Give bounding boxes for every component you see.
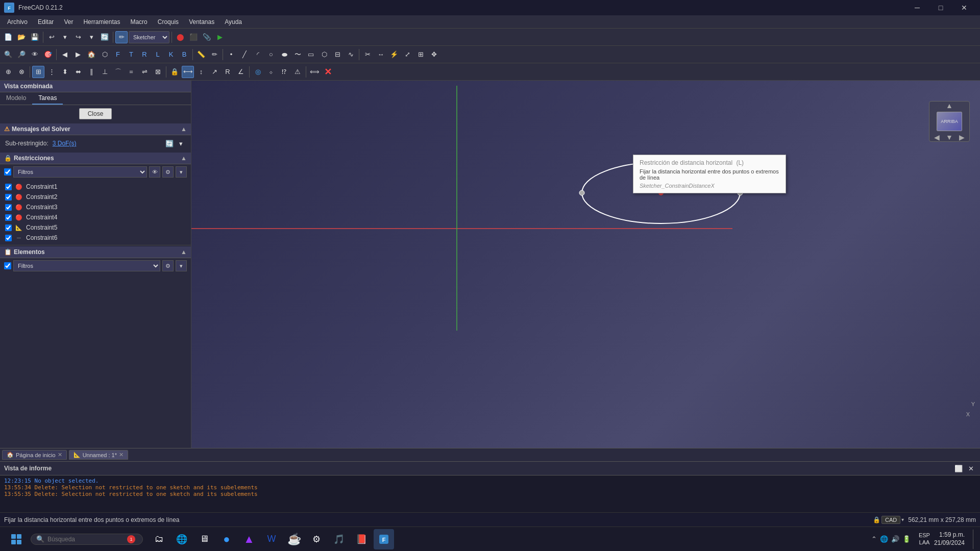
menu-ventanas[interactable]: Ventanas xyxy=(184,15,219,29)
menu-croquis[interactable]: Croquis xyxy=(153,15,184,29)
constraints-eye-button[interactable]: 👁 xyxy=(149,166,160,178)
constraints-settings-button[interactable]: ⚙ xyxy=(162,166,174,178)
elements-menu-button[interactable]: ▾ xyxy=(176,260,187,271)
constraint-item-2[interactable]: 🔴 Constraint2 xyxy=(4,192,187,202)
constrain-vertical[interactable]: ⬍ xyxy=(59,66,71,78)
draw-line[interactable]: ╱ xyxy=(238,48,251,61)
draw-circle[interactable]: ○ xyxy=(265,48,277,61)
constraint-3-checkbox[interactable] xyxy=(5,204,12,211)
nav-right-button[interactable]: ▶ xyxy=(959,133,965,141)
tray-volume-icon[interactable]: 🔊 xyxy=(891,535,899,543)
start-button[interactable] xyxy=(4,529,29,549)
tab-unnamed[interactable]: 📐 Unnamed : 1* ✕ xyxy=(69,450,128,460)
view-top-button[interactable]: T xyxy=(125,48,137,61)
select-redundant[interactable]: ⁉ xyxy=(278,66,290,78)
constraint-item-5[interactable]: 📐 Constraint5 xyxy=(4,222,187,233)
constrain-horiz-dist[interactable]: ⟷ xyxy=(182,66,194,78)
view-3d-button[interactable]: ⬡ xyxy=(99,48,111,61)
constraints-collapse-button[interactable]: ▲ xyxy=(181,155,187,162)
search-input[interactable] xyxy=(47,536,124,543)
external-geo[interactable]: ⤢ xyxy=(401,48,413,61)
solver-refresh-button[interactable]: 🔄 xyxy=(164,138,175,148)
search-bar[interactable]: 🔍 1 xyxy=(31,534,143,545)
sync-view-button[interactable]: 🎯 xyxy=(42,48,54,61)
taskbar-files-app[interactable]: 🗂 xyxy=(149,529,169,549)
taskbar-browser-app[interactable]: 🌐 xyxy=(172,529,192,549)
taskbar-app-9[interactable]: 🎵 xyxy=(329,529,349,549)
constrain-block[interactable]: ⊠ xyxy=(152,66,164,78)
refresh-button[interactable]: 🔄 xyxy=(99,31,111,43)
mirror-sketch[interactable]: ⟺ xyxy=(308,66,321,78)
view-front-button[interactable]: F xyxy=(112,48,124,61)
view-right-button[interactable]: R xyxy=(138,48,151,61)
constrain-horizontal[interactable]: ⬌ xyxy=(72,66,84,78)
square-button[interactable]: ⬛ xyxy=(187,31,200,43)
constraint-item-1[interactable]: 🔴 Constraint1 xyxy=(4,182,187,192)
menu-editar[interactable]: Editar xyxy=(33,15,59,29)
close-button[interactable]: ✕ xyxy=(952,0,976,15)
canvas-area[interactable]: Restricción de distancia horizontal (L) … xyxy=(191,81,980,448)
taskbar-pdf-app[interactable]: 📕 xyxy=(351,529,372,549)
constraints-menu-button[interactable]: ▾ xyxy=(176,166,187,178)
tray-expand-icon[interactable]: ⌃ xyxy=(871,535,877,543)
attach-button[interactable]: 📎 xyxy=(201,31,213,43)
menu-ver[interactable]: Ver xyxy=(59,15,78,29)
constrain-vert-dist[interactable]: ↕ xyxy=(195,66,207,78)
play-button[interactable]: ▶ xyxy=(214,31,226,43)
move-tool[interactable]: ✥ xyxy=(428,48,440,61)
menu-archivo[interactable]: Archivo xyxy=(2,15,33,29)
new-file-button[interactable]: 📄 xyxy=(2,31,14,43)
nav-up-button[interactable]: ▲ xyxy=(946,102,953,110)
solver-menu-button[interactable]: ▾ xyxy=(176,138,186,148)
solver-collapse-button[interactable]: ▲ xyxy=(181,126,187,133)
tray-network-icon[interactable]: 🌐 xyxy=(880,535,888,543)
zoom-sel-button[interactable]: 🔎 xyxy=(15,48,28,61)
menu-ayuda[interactable]: Ayuda xyxy=(219,15,247,29)
undo-button[interactable]: ↩ xyxy=(45,31,58,43)
constraint-item-3[interactable]: 🔴 Constraint3 xyxy=(4,202,187,212)
system-clock[interactable]: 1:59 p.m. 21/09/2024 xyxy=(934,531,965,547)
constraints-filter-dropdown[interactable]: Filtros xyxy=(13,166,147,178)
draw-arc[interactable]: ◜ xyxy=(252,48,264,61)
close-panel-button[interactable]: Close xyxy=(79,108,112,119)
draw-bspline[interactable]: ∿ xyxy=(345,48,357,61)
cad-dropdown-arrow[interactable]: ▾ xyxy=(901,517,904,522)
minimize-button[interactable]: ─ xyxy=(905,0,929,15)
elements-filter-dropdown[interactable]: Filtros xyxy=(13,260,160,271)
tab-tareas[interactable]: Tareas xyxy=(32,92,63,105)
draw-ellipse[interactable]: ⬬ xyxy=(278,48,290,61)
save-file-button[interactable]: 💾 xyxy=(29,31,41,43)
constraint-2-checkbox[interactable] xyxy=(5,194,12,201)
show-desktop-button[interactable] xyxy=(973,529,976,549)
attach-sketch[interactable]: ⊗ xyxy=(15,66,28,78)
constrain-coincident[interactable]: ⊞ xyxy=(32,66,44,78)
trim-edge[interactable]: ✂ xyxy=(361,48,374,61)
cube-3d-view[interactable]: ARRIBA xyxy=(937,112,962,131)
close-sketch-x[interactable]: ✕ xyxy=(322,66,334,78)
elements-collapse-button[interactable]: ▲ xyxy=(181,248,187,256)
draw-rect[interactable]: ▭ xyxy=(305,48,317,61)
solver-value[interactable]: 3 DoF(s) xyxy=(53,140,77,147)
draw-point[interactable]: • xyxy=(225,48,237,61)
constraint-item-4[interactable]: 🔴 Constraint4 xyxy=(4,212,187,222)
constraint-item-6[interactable]: ─ Constraint6 xyxy=(4,233,187,243)
constraints-filter-checkbox[interactable] xyxy=(4,168,11,176)
back-button[interactable]: ◀ xyxy=(59,48,71,61)
create-copy[interactable]: ⊞ xyxy=(414,48,427,61)
constrain-point-on-obj[interactable]: ⋮ xyxy=(45,66,58,78)
undo-arrow-button[interactable]: ▾ xyxy=(59,31,71,43)
report-close-button[interactable]: ✕ xyxy=(966,463,976,473)
constraint-6-checkbox[interactable] xyxy=(5,235,12,241)
constraint-1-checkbox[interactable] xyxy=(5,184,12,190)
split-edge[interactable]: ⚡ xyxy=(388,48,400,61)
cad-badge[interactable]: CAD xyxy=(881,516,900,524)
constraint-5-checkbox[interactable] xyxy=(5,224,12,231)
home-tab-close[interactable]: ✕ xyxy=(58,452,62,458)
sketch-tools-2[interactable]: ✏ xyxy=(208,48,220,61)
workbench-dropdown[interactable]: Sketcher xyxy=(129,31,169,43)
select-conflicting[interactable]: ⚠ xyxy=(291,66,304,78)
report-maximize-button[interactable]: ⬜ xyxy=(953,463,964,473)
elements-settings-button[interactable]: ⚙ xyxy=(162,260,174,271)
elements-filter-checkbox[interactable] xyxy=(4,262,11,269)
redo-arrow-button[interactable]: ▾ xyxy=(85,31,97,43)
